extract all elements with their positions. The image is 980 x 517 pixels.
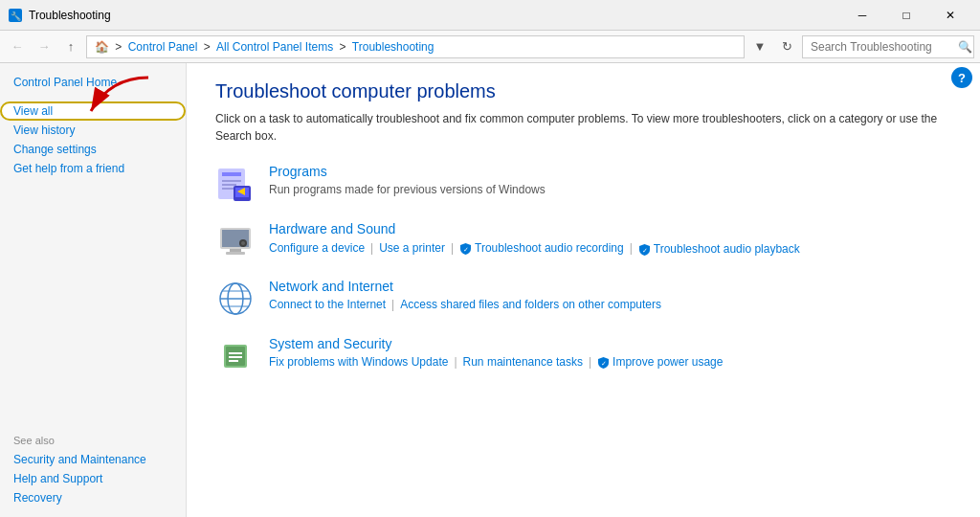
shield-icon-2: ✓ [638, 243, 651, 256]
search-box[interactable]: 🔍 [802, 35, 974, 58]
svg-text:✓: ✓ [463, 245, 469, 252]
hardware-sound-links: Configure a device | Use a printer | ✓ T… [269, 240, 951, 256]
breadcrumb-all-items[interactable]: All Control Panel Items [216, 40, 333, 54]
breadcrumb-troubleshooting[interactable]: Troubleshooting [352, 40, 434, 54]
svg-text:✓: ✓ [601, 359, 607, 366]
sidebar-item-change-settings[interactable]: Change settings [0, 140, 186, 159]
see-also-label: See also [0, 421, 186, 450]
dropdown-button[interactable]: ▼ [748, 35, 771, 58]
system-security-title[interactable]: System and Security [269, 336, 951, 351]
programs-content: Programs Run programs made for previous … [269, 164, 951, 196]
breadcrumb-control-panel-text[interactable]: Control Panel [124, 40, 197, 54]
restore-button[interactable]: □ [884, 0, 928, 31]
network-internet-links: Connect to the Internet | Access shared … [269, 298, 951, 311]
svg-rect-13 [230, 249, 241, 252]
svg-rect-14 [226, 252, 245, 255]
forward-button[interactable]: → [33, 35, 56, 58]
system-security-content: System and Security Fix problems with Wi… [269, 336, 951, 369]
svg-rect-3 [222, 172, 241, 176]
page-description: Click on a task to automatically trouble… [215, 110, 951, 145]
content-area: ? Troubleshoot computer problems Click o… [187, 63, 980, 517]
sidebar-link-recovery[interactable]: Recovery [0, 488, 186, 507]
back-button[interactable]: ← [6, 35, 29, 58]
help-button[interactable]: ? [951, 67, 972, 88]
hardware-sound-icon [215, 221, 256, 261]
address-bar: ← → ↑ 🏠 > Control Panel > All Control Pa… [0, 31, 980, 63]
page-title: Troubleshoot computer problems [215, 80, 951, 102]
use-printer-link[interactable]: Use a printer [379, 241, 445, 255]
minimize-button[interactable]: ─ [840, 0, 884, 31]
configure-device-link[interactable]: Configure a device [269, 241, 365, 255]
shield-icon-3: ✓ [597, 356, 610, 369]
sidebar-item-get-help[interactable]: Get help from a friend [0, 159, 186, 178]
sidebar-link-help-support[interactable]: Help and Support [0, 469, 186, 488]
sidebar-control-panel-home[interactable]: Control Panel Home [0, 73, 186, 92]
title-bar: 🔧 Troubleshooting ─ □ ✕ [0, 0, 980, 31]
hardware-sound-title[interactable]: Hardware and Sound [269, 221, 951, 236]
category-hardware-sound: Hardware and Sound Configure a device | … [215, 221, 951, 261]
programs-icon [215, 164, 256, 204]
troubleshoot-playback-link[interactable]: ✓ Troubleshoot audio playback [638, 242, 800, 256]
sidebar: Control Panel Home View all View history… [0, 63, 187, 517]
svg-rect-4 [222, 180, 241, 182]
svg-rect-28 [229, 360, 238, 362]
programs-subtitle: Run programs made for previous versions … [269, 183, 951, 196]
system-security-links: Fix problems with Windows Update | Run m… [269, 355, 951, 369]
window-controls: ─ □ ✕ [840, 0, 972, 31]
window-title: Troubleshooting [29, 9, 840, 22]
programs-title[interactable]: Programs [269, 164, 951, 179]
svg-text:🔧: 🔧 [11, 11, 22, 22]
svg-rect-26 [229, 352, 242, 354]
hardware-sound-content: Hardware and Sound Configure a device | … [269, 221, 951, 256]
category-network-internet: Network and Internet Connect to the Inte… [215, 279, 951, 319]
network-internet-icon [215, 279, 256, 319]
programs-desc: Run programs made for previous versions … [269, 183, 546, 196]
run-maintenance-link[interactable]: Run maintenance tasks [463, 355, 583, 369]
connect-internet-link[interactable]: Connect to the Internet [269, 298, 386, 311]
shield-icon: ✓ [459, 242, 472, 255]
network-internet-content: Network and Internet Connect to the Inte… [269, 279, 951, 311]
sidebar-link-security-maintenance[interactable]: Security and Maintenance [0, 450, 186, 469]
close-button[interactable]: ✕ [928, 0, 972, 31]
troubleshoot-recording-link[interactable]: ✓ Troubleshoot audio recording [459, 241, 624, 255]
refresh-button[interactable]: ↻ [775, 35, 798, 58]
category-system-security: System and Security Fix problems with Wi… [215, 336, 951, 376]
breadcrumb-control-panel[interactable]: 🏠 [95, 40, 109, 54]
svg-text:✓: ✓ [641, 246, 647, 253]
category-programs: Programs Run programs made for previous … [215, 164, 951, 204]
address-path[interactable]: 🏠 > Control Panel > All Control Panel It… [86, 35, 745, 58]
sidebar-item-view-all[interactable]: View all [0, 101, 186, 121]
system-security-icon [215, 336, 256, 376]
fix-windows-update-link[interactable]: Fix problems with Windows Update [269, 355, 448, 369]
improve-power-link[interactable]: ✓ Improve power usage [597, 355, 723, 369]
sidebar-item-view-history[interactable]: View history [0, 121, 186, 140]
main-layout: Control Panel Home View all View history… [0, 63, 980, 517]
access-shared-link[interactable]: Access shared files and folders on other… [400, 298, 661, 311]
search-input[interactable] [811, 40, 954, 54]
search-icon: 🔍 [958, 40, 972, 54]
svg-rect-27 [229, 356, 242, 358]
window-icon: 🔧 [8, 8, 23, 23]
svg-rect-5 [222, 184, 236, 186]
svg-point-16 [241, 241, 245, 245]
up-button[interactable]: ↑ [59, 35, 82, 58]
network-internet-title[interactable]: Network and Internet [269, 279, 951, 294]
